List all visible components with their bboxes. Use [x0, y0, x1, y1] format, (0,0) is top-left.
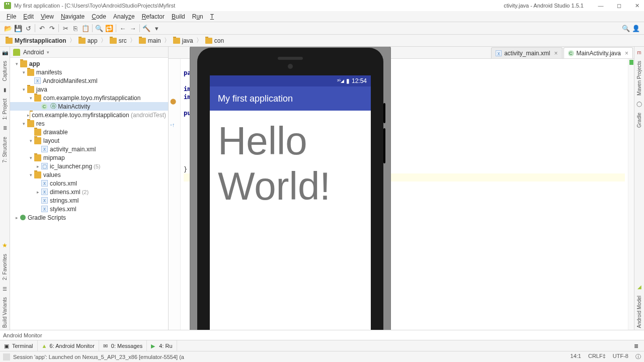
- make-icon[interactable]: 🔨: [141, 24, 151, 33]
- side-project[interactable]: 1: Project: [2, 97, 8, 122]
- tab-mainactivity-java[interactable]: CMainActivity.java×: [564, 47, 633, 58]
- menu-file[interactable]: File: [3, 12, 20, 21]
- tree-mipmap[interactable]: ▾mipmap: [10, 153, 168, 162]
- caret-position[interactable]: 14:1: [571, 353, 581, 360]
- window-titlebar: My first application - [C:\Users\Toyo\An…: [0, 0, 644, 11]
- project-icon[interactable]: ▮: [2, 86, 9, 94]
- crumb-java[interactable]: java: [171, 37, 196, 45]
- crumb-app[interactable]: app: [76, 37, 100, 45]
- search-everywhere-icon[interactable]: 🔍: [621, 24, 631, 33]
- crumb-root[interactable]: Myfirstapplication: [3, 37, 69, 45]
- tree-strings[interactable]: xstrings.xml: [10, 196, 168, 205]
- menu-build[interactable]: Build: [168, 12, 189, 21]
- side-favorites[interactable]: 2: Favorites: [2, 252, 8, 282]
- run-config-icon[interactable]: ▾: [151, 24, 162, 33]
- close-button[interactable]: ✕: [634, 3, 640, 9]
- side-android-model[interactable]: Android Model: [636, 294, 642, 330]
- user-icon[interactable]: 👤: [631, 24, 641, 33]
- android-icon: [13, 49, 20, 56]
- app-content: Hello World!: [210, 111, 371, 330]
- android-monitor-header[interactable]: Android Monitor: [0, 330, 644, 340]
- tab-terminal[interactable]: ▣Terminal: [0, 340, 38, 351]
- implements-gutter-icon[interactable]: ◦↑: [170, 122, 177, 129]
- side-captures[interactable]: Captures: [2, 59, 8, 83]
- network-icon: ³ᴳ◢: [337, 78, 344, 83]
- tab-messages[interactable]: ✉0: Messages: [99, 340, 147, 351]
- menu-analyze[interactable]: Analyze: [110, 12, 138, 21]
- menu-code[interactable]: Code: [88, 12, 110, 21]
- emulator-window[interactable]: ³ᴳ◢ ▮ 12:54 My first application Hello W…: [190, 47, 390, 330]
- maven-icon[interactable]: m: [636, 49, 643, 56]
- close-icon[interactable]: ×: [554, 50, 557, 57]
- tree-res[interactable]: ▾res: [10, 119, 168, 128]
- project-mode: Android: [23, 49, 44, 56]
- error-stripe[interactable]: [628, 59, 634, 330]
- redo-icon[interactable]: ↷: [47, 24, 57, 33]
- side-variants[interactable]: Build Variants: [2, 295, 8, 330]
- tree-dimens[interactable]: ▸xdimens.xml(2): [10, 188, 168, 196]
- close-icon[interactable]: ×: [625, 50, 628, 57]
- forward-icon[interactable]: →: [128, 24, 138, 33]
- menu-truncated[interactable]: T: [207, 12, 217, 21]
- ide-statusbar: Session 'app': Launched on Nexus_5_API_2…: [0, 351, 644, 362]
- save-icon[interactable]: 💾: [13, 24, 23, 33]
- tree-java[interactable]: ▾java: [10, 85, 168, 94]
- crumb-src[interactable]: src: [107, 37, 129, 45]
- maximize-button[interactable]: ◻: [616, 3, 622, 9]
- back-icon[interactable]: ←: [118, 24, 128, 33]
- variants-icon[interactable]: ☰: [2, 285, 9, 292]
- project-tree[interactable]: ▾app ▾manifests xAndroidManifest.xml ▾ja…: [10, 58, 168, 330]
- cut-icon[interactable]: ✂: [60, 24, 70, 33]
- gradle-icon[interactable]: ◯: [636, 101, 643, 108]
- crumb-main[interactable]: main: [136, 37, 164, 45]
- tree-layout[interactable]: ▾layout: [10, 136, 168, 145]
- tree-manifests[interactable]: ▾manifests: [10, 68, 168, 76]
- tree-androidmanifest[interactable]: xAndroidManifest.xml: [10, 76, 168, 85]
- tree-activity-main-xml[interactable]: xactivity_main.xml: [10, 145, 168, 153]
- menu-edit[interactable]: Edit: [20, 12, 37, 21]
- tab-activity-main-xml[interactable]: xactivity_main.xml×: [491, 47, 562, 58]
- status-message: Session 'app': Launched on Nexus_5_API_2…: [13, 354, 184, 360]
- tree-drawable[interactable]: drawable: [10, 128, 168, 136]
- tree-colors[interactable]: xcolors.xml: [10, 179, 168, 188]
- copy-icon[interactable]: ⎘: [70, 24, 80, 33]
- minimize-button[interactable]: —: [598, 3, 604, 9]
- editor-gutter: ⬤ ◦↑: [169, 59, 181, 330]
- android-model-icon[interactable]: ◢: [636, 284, 643, 291]
- menu-refactor[interactable]: Refactor: [138, 12, 168, 21]
- line-separator[interactable]: CRLF‡: [588, 353, 606, 360]
- undo-icon[interactable]: ↶: [37, 24, 47, 33]
- file-encoding[interactable]: UTF-8: [613, 353, 628, 360]
- tree-styles[interactable]: xstyles.xml: [10, 205, 168, 213]
- tab-run[interactable]: ▶4: Ru: [147, 340, 177, 351]
- tree-gradle-scripts[interactable]: ▸Gradle Scripts: [10, 213, 168, 222]
- event-log-icon[interactable]: ≣: [630, 340, 644, 351]
- tree-mainactivity[interactable]: Cⓐ MainActivity: [10, 102, 168, 111]
- open-icon[interactable]: 📂: [3, 24, 13, 33]
- menu-view[interactable]: View: [37, 12, 57, 21]
- project-header[interactable]: Android ▾: [10, 47, 168, 58]
- tree-package[interactable]: ▾com.example.toyo.myfirstapplication: [10, 94, 168, 102]
- tree-ic-launcher[interactable]: ▸▢ic_launcher.png(5): [10, 162, 168, 170]
- find-icon[interactable]: 🔍: [94, 24, 104, 33]
- crumb-trunc[interactable]: con: [203, 37, 226, 45]
- side-structure[interactable]: 7: Structure: [2, 135, 8, 165]
- menu-navigate[interactable]: Navigate: [57, 12, 88, 21]
- context-icon[interactable]: ⓘ: [635, 353, 641, 360]
- tree-package-test[interactable]: ▸com.example.toyo.myfirstapplication (an…: [10, 111, 168, 119]
- menu-run[interactable]: Run: [189, 12, 207, 21]
- paste-icon[interactable]: 📋: [80, 24, 91, 33]
- phone-screen[interactable]: ³ᴳ◢ ▮ 12:54 My first application Hello W…: [210, 75, 371, 330]
- structure-icon[interactable]: ≣: [2, 125, 9, 132]
- tree-app[interactable]: ▾app: [10, 59, 168, 68]
- side-gradle[interactable]: Gradle: [636, 111, 642, 130]
- replace-icon[interactable]: 🔁: [104, 24, 114, 33]
- status-icon[interactable]: [3, 353, 10, 360]
- tab-android-monitor[interactable]: ▲6: Android Monitor: [38, 340, 99, 351]
- side-maven[interactable]: Maven Projects: [636, 59, 642, 98]
- tree-values[interactable]: ▾values: [10, 170, 168, 179]
- sync-icon[interactable]: ↺: [23, 24, 33, 33]
- override-gutter-icon[interactable]: ⬤: [170, 98, 177, 105]
- favorites-icon[interactable]: ★: [2, 242, 9, 249]
- captures-icon[interactable]: 📷: [2, 49, 9, 56]
